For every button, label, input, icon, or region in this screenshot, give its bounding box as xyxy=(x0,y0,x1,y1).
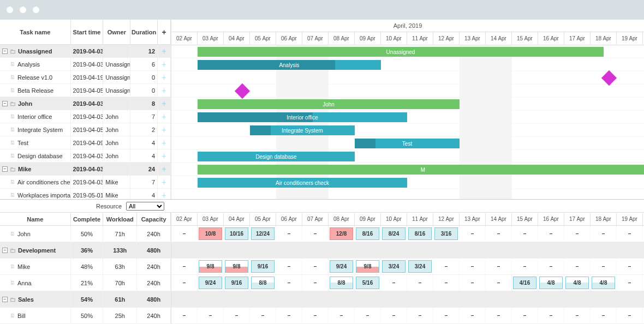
workload-cell[interactable]: 9/8 xyxy=(224,259,250,274)
gantt-chart-row[interactable]: Test xyxy=(171,137,644,150)
task-name-cell[interactable]: 🗎Analysis xyxy=(0,58,71,70)
add-task-button[interactable]: + xyxy=(158,176,171,188)
col-header-start[interactable]: Start time xyxy=(71,20,104,44)
gantt-task-row[interactable]: 🗎Workplaces importation2019-05-01Mike4+ xyxy=(0,189,171,199)
resource-name-cell[interactable]: −🗀Sales xyxy=(0,291,71,307)
gantt-task-bar[interactable]: Analysis xyxy=(198,60,381,70)
workload-cell[interactable]: – xyxy=(302,226,329,242)
add-task-button[interactable]: + xyxy=(158,149,171,162)
task-owner-cell[interactable]: Unassigned xyxy=(103,84,130,97)
workload-cell[interactable]: 8/8 xyxy=(250,275,276,291)
workload-cell[interactable]: – xyxy=(512,308,538,323)
task-duration-cell[interactable]: 4 xyxy=(130,149,158,162)
resource-name-cell[interactable]: 🗎Bill xyxy=(0,308,71,323)
gantt-chart[interactable]: April, 2019 02 Apr03 Apr04 Apr05 Apr06 A… xyxy=(171,20,644,199)
workload-cell[interactable]: 9/24 xyxy=(198,275,224,291)
task-duration-cell[interactable]: 12 xyxy=(130,45,158,57)
task-duration-cell[interactable]: 2 xyxy=(130,123,158,136)
collapse-toggle-icon[interactable]: − xyxy=(2,166,8,172)
resource-group-row[interactable]: −🗀Development36%133h480h xyxy=(0,242,171,259)
task-owner-cell[interactable] xyxy=(103,45,130,57)
gantt-task-row[interactable]: 🗎Release v1.02019-04-19Unassigned0+ xyxy=(0,71,171,84)
workload-cell[interactable]: – xyxy=(276,308,302,323)
workload-cell[interactable]: – xyxy=(302,308,329,323)
workload-cell[interactable]: – xyxy=(617,308,643,323)
add-task-button[interactable]: + xyxy=(158,136,171,149)
resource-chart[interactable]: 02 Apr03 Apr04 Apr05 Apr06 Apr07 Apr08 A… xyxy=(171,213,644,324)
col-header-name[interactable]: Task name xyxy=(0,20,71,44)
resource-name-cell[interactable]: 🗎John xyxy=(0,226,71,242)
col-header-duration[interactable]: Duration xyxy=(130,20,158,44)
task-duration-cell[interactable]: 4 xyxy=(130,189,158,199)
workload-cell[interactable]: – xyxy=(171,308,198,323)
task-duration-cell[interactable]: 0 xyxy=(130,84,158,97)
gantt-chart-row[interactable]: John xyxy=(171,98,644,111)
gantt-task-bar[interactable]: Test xyxy=(355,139,460,148)
workload-cell[interactable]: – xyxy=(171,226,198,242)
workload-cell[interactable]: – xyxy=(564,308,591,323)
workload-cell[interactable]: – xyxy=(486,259,512,274)
gantt-task-row[interactable]: 🗎Test2019-04-09John4+ xyxy=(0,136,171,149)
workload-cell[interactable]: – xyxy=(591,259,617,274)
workload-cell[interactable]: – xyxy=(224,308,250,323)
workload-cell[interactable]: – xyxy=(512,259,538,274)
gantt-chart-row[interactable]: Integrate System xyxy=(171,124,644,137)
workload-cell[interactable]: – xyxy=(329,308,355,323)
workload-cell[interactable]: 8/8 xyxy=(329,275,355,291)
workload-cell[interactable]: 3/24 xyxy=(407,259,433,274)
task-name-cell[interactable]: 🗎Design database xyxy=(0,149,71,162)
gantt-group-row[interactable]: −🗀John2019-04-038+ xyxy=(0,97,171,110)
task-duration-cell[interactable]: 7 xyxy=(130,176,158,188)
col-header-name[interactable]: Name xyxy=(0,213,71,225)
task-start-cell[interactable]: 2019-04-19 xyxy=(71,71,104,83)
workload-cell[interactable]: – xyxy=(486,226,512,242)
resource-person-row[interactable]: 🗎John50%71h240h xyxy=(0,226,171,242)
workload-cell[interactable]: 9/16 xyxy=(250,259,276,274)
workload-cell[interactable]: 8/16 xyxy=(355,226,381,242)
gantt-group-bar[interactable]: Unassigned xyxy=(198,47,604,57)
workload-cell[interactable]: – xyxy=(433,275,460,291)
collapse-toggle-icon[interactable]: − xyxy=(2,49,8,54)
add-task-button[interactable]: + xyxy=(158,58,171,70)
workload-cell[interactable]: – xyxy=(433,308,460,323)
workload-cell[interactable]: 5/16 xyxy=(355,275,381,291)
gantt-group-bar[interactable]: John xyxy=(198,99,460,109)
workload-cell[interactable]: – xyxy=(486,275,512,291)
task-start-cell[interactable]: 2019-04-03 xyxy=(71,97,104,110)
add-task-button[interactable]: + xyxy=(158,163,171,175)
workload-cell[interactable]: – xyxy=(407,275,433,291)
task-start-cell[interactable]: 2019-04-03 xyxy=(71,45,104,57)
col-header-capacity[interactable]: Capacity xyxy=(137,213,171,225)
workload-cell[interactable]: – xyxy=(355,308,381,323)
workload-cell[interactable]: – xyxy=(198,308,224,323)
workload-cell[interactable]: – xyxy=(591,226,617,242)
workload-cell[interactable]: – xyxy=(276,226,302,242)
task-duration-cell[interactable]: 0 xyxy=(130,71,158,83)
col-header-complete[interactable]: Complete xyxy=(71,213,104,225)
task-owner-cell[interactable]: Mike xyxy=(103,176,130,188)
workload-cell[interactable]: – xyxy=(617,259,643,274)
resource-filter-select[interactable]: All xyxy=(126,202,164,211)
task-name-cell[interactable]: 🗎Test xyxy=(0,136,71,149)
workload-cell[interactable]: – xyxy=(171,275,198,291)
workload-cell[interactable]: – xyxy=(276,259,302,274)
workload-cell[interactable]: – xyxy=(407,308,433,323)
window-control-icon[interactable] xyxy=(7,7,13,13)
workload-cell[interactable]: 3/24 xyxy=(381,259,407,274)
workload-cell[interactable]: 8/24 xyxy=(381,226,407,242)
gantt-task-bar[interactable]: Integrate System xyxy=(250,125,355,135)
resource-person-row[interactable]: 🗎Mike48%63h240h xyxy=(0,259,171,275)
workload-cell[interactable]: – xyxy=(538,308,564,323)
workload-cell[interactable]: – xyxy=(591,308,617,323)
collapse-toggle-icon[interactable]: − xyxy=(2,248,8,253)
task-owner-cell[interactable] xyxy=(103,97,130,110)
workload-cell[interactable]: – xyxy=(617,275,643,291)
task-duration-cell[interactable]: 24 xyxy=(130,163,158,175)
gantt-group-bar[interactable]: M xyxy=(198,165,644,175)
workload-cell[interactable]: 9/8 xyxy=(198,259,224,274)
workload-cell[interactable]: 9/24 xyxy=(329,259,355,274)
task-name-cell[interactable]: −🗀John xyxy=(0,97,71,110)
task-start-cell[interactable]: 2019-04-03 xyxy=(71,58,104,70)
add-task-button[interactable]: + xyxy=(158,97,171,110)
gantt-chart-row[interactable]: Interior office xyxy=(171,111,644,124)
